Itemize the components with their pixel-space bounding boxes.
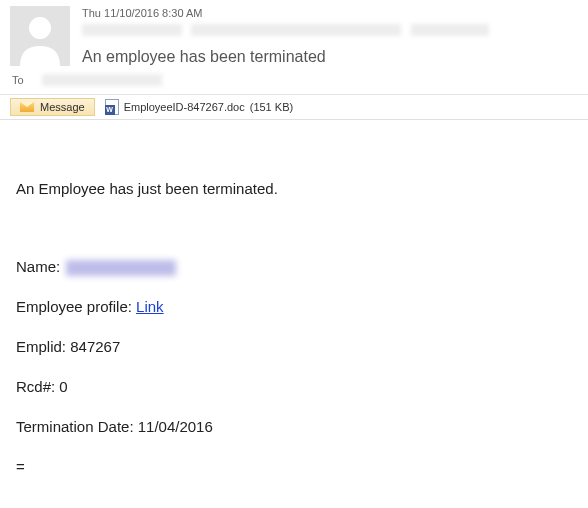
- emplid-value: 847267: [70, 338, 120, 355]
- attachment-item[interactable]: EmployeeID-847267.doc (151 KB): [105, 99, 294, 115]
- header-top-row: Thu 11/10/2016 8:30 AM An employee has b…: [10, 6, 578, 66]
- name-redacted: [66, 260, 176, 276]
- avatar-icon: [10, 6, 70, 66]
- termdate-label: Termination Date:: [16, 418, 134, 435]
- email-header: Thu 11/10/2016 8:30 AM An employee has b…: [0, 0, 588, 94]
- envelope-icon: [20, 102, 34, 112]
- rcd-label: Rcd#:: [16, 378, 55, 395]
- message-tab-label: Message: [40, 101, 85, 113]
- svg-point-1: [29, 17, 51, 39]
- email-date: Thu 11/10/2016 8:30 AM: [82, 6, 578, 20]
- attachment-name: EmployeeID-847267.doc: [124, 101, 245, 113]
- to-row: To: [10, 74, 578, 86]
- body-intro: An Employee has just been terminated.: [16, 180, 572, 197]
- emplid-line: Emplid: 847267: [16, 337, 572, 357]
- attachment-size: (151 KB): [250, 101, 293, 113]
- termdate-value: 11/04/2016: [138, 418, 213, 435]
- email-subject: An employee has been terminated: [82, 48, 578, 66]
- rcd-value: 0: [59, 378, 67, 395]
- rcd-line: Rcd#: 0: [16, 377, 572, 397]
- tab-message[interactable]: Message: [10, 98, 95, 116]
- profile-label: Employee profile:: [16, 298, 132, 315]
- tail-line: =: [16, 457, 572, 477]
- name-label: Name:: [16, 258, 60, 275]
- from-redacted: [82, 24, 578, 40]
- to-label: To: [12, 74, 32, 86]
- tabs-row: Message EmployeeID-847267.doc (151 KB): [0, 94, 588, 120]
- profile-line: Employee profile: Link: [16, 297, 572, 317]
- header-texts: Thu 11/10/2016 8:30 AM An employee has b…: [82, 6, 578, 66]
- termdate-line: Termination Date: 11/04/2016: [16, 417, 572, 437]
- profile-link[interactable]: Link: [136, 298, 164, 315]
- word-doc-icon: [105, 99, 119, 115]
- email-body: An Employee has just been terminated. Na…: [0, 120, 588, 508]
- name-line: Name:: [16, 257, 572, 277]
- to-redacted: [42, 74, 162, 86]
- emplid-label: Emplid:: [16, 338, 66, 355]
